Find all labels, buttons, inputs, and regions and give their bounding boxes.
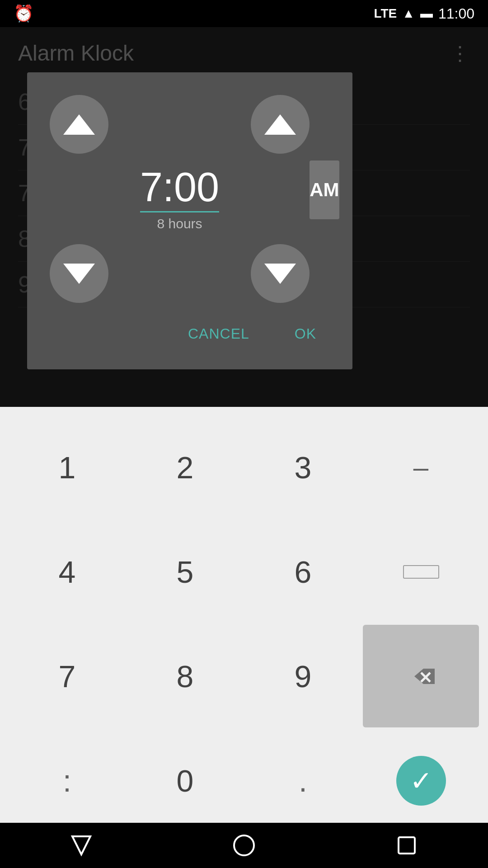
status-bar: ⏰ LTE ▲ ▬ 11:00	[0, 0, 488, 27]
hours-increment-button[interactable]	[50, 95, 108, 154]
key-1[interactable]: 1	[9, 416, 125, 519]
key-4[interactable]: 4	[9, 520, 125, 623]
up-arrow-icon-min	[264, 114, 296, 135]
dialog-actions: CANCEL OK	[50, 316, 330, 351]
navigation-bar	[0, 823, 488, 868]
back-button[interactable]	[68, 832, 95, 859]
backspace-icon	[405, 665, 437, 688]
home-button[interactable]	[230, 832, 258, 859]
key-5[interactable]: 5	[127, 520, 243, 623]
battery-icon: ▬	[420, 6, 433, 21]
key-colon[interactable]: :	[9, 729, 125, 832]
key-7[interactable]: 7	[9, 625, 125, 727]
minutes-spinner	[251, 95, 310, 303]
svg-rect-5	[399, 837, 415, 854]
home-icon	[230, 832, 258, 859]
cancel-button[interactable]: CANCEL	[174, 316, 263, 351]
svg-point-4	[234, 835, 254, 855]
ampm-toggle-button[interactable]: AM	[310, 160, 339, 219]
time-value-display[interactable]: 7:00	[140, 167, 219, 208]
hours-decrement-button[interactable]	[50, 244, 108, 303]
key-dash[interactable]: –	[363, 416, 479, 519]
time-underline	[140, 211, 219, 212]
key-period[interactable]: .	[245, 729, 361, 832]
time-until-label: 8 hours	[157, 216, 202, 231]
down-arrow-icon	[63, 264, 95, 284]
key-backspace[interactable]	[363, 625, 479, 727]
key-space[interactable]	[363, 520, 479, 623]
key-3[interactable]: 3	[245, 416, 361, 519]
dialog-overlay: 7:00 8 hours AM CANCEL	[0, 27, 488, 407]
hours-spinner	[50, 95, 108, 303]
time-picker-row: 7:00 8 hours AM	[50, 95, 330, 303]
time-controls: 7:00 8 hours	[50, 95, 310, 303]
back-icon	[68, 832, 95, 859]
time-picker-dialog: 7:00 8 hours AM CANCEL	[27, 72, 352, 369]
ok-button[interactable]: OK	[281, 316, 330, 351]
keyboard: 1 2 3 – 4 5 6 7 8 9 : 0 .	[0, 407, 488, 841]
alarm-clock-icon: ⏰	[14, 4, 34, 23]
signal-icon: ▲	[402, 6, 415, 21]
minutes-increment-button[interactable]	[251, 95, 310, 154]
up-arrow-icon	[63, 114, 95, 135]
status-bar-right: LTE ▲ ▬ 11:00	[374, 5, 474, 22]
key-6[interactable]: 6	[245, 520, 361, 623]
status-bar-left: ⏰	[14, 4, 34, 23]
recents-icon	[393, 832, 420, 859]
svg-marker-3	[72, 836, 90, 854]
minutes-decrement-button[interactable]	[251, 244, 310, 303]
key-2[interactable]: 2	[127, 416, 243, 519]
space-symbol	[403, 565, 439, 579]
down-arrow-icon-min	[264, 264, 296, 284]
lte-indicator: LTE	[374, 6, 397, 21]
time-display-area: 7:00 8 hours	[140, 95, 219, 303]
key-9[interactable]: 9	[245, 625, 361, 727]
key-0[interactable]: 0	[127, 729, 243, 832]
key-8[interactable]: 8	[127, 625, 243, 727]
key-enter[interactable]	[396, 756, 446, 806]
recents-button[interactable]	[393, 832, 420, 859]
clock-time: 11:00	[438, 5, 474, 22]
